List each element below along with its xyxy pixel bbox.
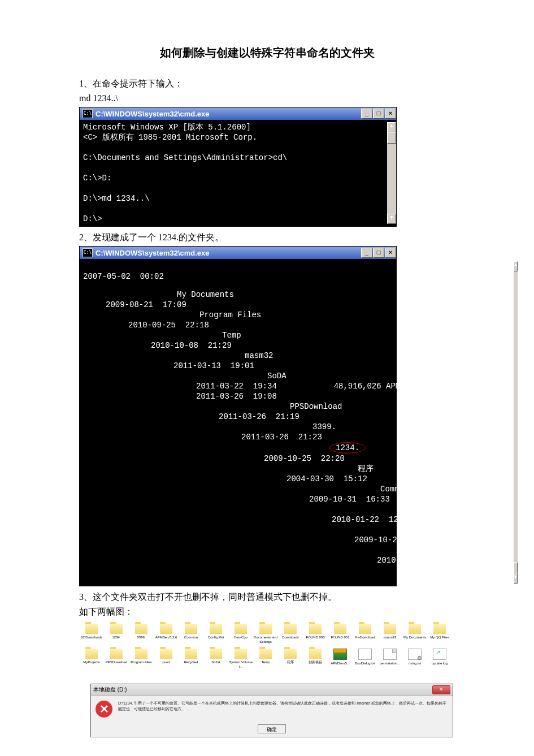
minimize-button[interactable]: _ bbox=[361, 248, 372, 258]
explorer-item[interactable]: SoDA bbox=[203, 647, 228, 672]
log-icon bbox=[433, 649, 446, 660]
scroll-thumb[interactable] bbox=[514, 562, 518, 573]
explorer-item-label: My Documents bbox=[402, 635, 427, 640]
error-close-button[interactable]: ✕ bbox=[432, 685, 450, 694]
scrollbar[interactable]: ▲ ▼ bbox=[387, 122, 396, 224]
explorer-item-label: APMServ5... bbox=[328, 661, 353, 666]
explorer-item[interactable]: Downloads bbox=[278, 623, 303, 647]
step-1-command: md 1234..\ bbox=[79, 92, 455, 105]
explorer-item[interactable]: Recycled bbox=[179, 647, 203, 672]
explorer-item-label: System Volume I... bbox=[228, 660, 253, 669]
explorer-item[interactable]: Common bbox=[179, 623, 203, 647]
explorer-item[interactable]: Config.Msi bbox=[203, 623, 228, 647]
explorer-item[interactable]: 3399. bbox=[129, 623, 154, 647]
cmd-titlebar: C:\ C:\WINDOWS\system32\cmd.exe _ □ × bbox=[80, 247, 396, 259]
error-ok-button[interactable]: 确定 bbox=[258, 724, 286, 733]
explorer-item[interactable]: My Documents bbox=[402, 623, 427, 647]
folder-icon bbox=[284, 624, 297, 634]
scroll-thumb[interactable] bbox=[387, 132, 396, 144]
explorer-item-label: FOUND.000 bbox=[303, 635, 328, 640]
explorer-view: 6ODownloads1234.3399.APMServ5.2.6CommonC… bbox=[79, 623, 452, 672]
explorer-item[interactable]: update.log bbox=[427, 647, 452, 672]
explorer-item[interactable]: masm32 bbox=[377, 623, 402, 647]
explorer-item-label: pvod bbox=[154, 660, 179, 664]
explorer-item[interactable]: Documents and Settings bbox=[253, 623, 278, 647]
folder-icon bbox=[259, 624, 272, 634]
explorer-item[interactable]: FOUND.000 bbox=[303, 623, 328, 647]
cmd-window-1: C:\ C:\WINDOWS\system32\cmd.exe _ □ × Mi… bbox=[79, 107, 397, 227]
explorer-item[interactable]: MyProjects bbox=[79, 647, 104, 672]
close-button[interactable]: × bbox=[385, 248, 396, 258]
explorer-item-label: 1234. bbox=[104, 635, 129, 640]
error-message: D:\1234. 引用了一个不可用的位置。它可能是一个在本机或网络上的计算机上的… bbox=[118, 701, 448, 718]
folder-icon bbox=[210, 649, 222, 659]
close-button[interactable]: × bbox=[385, 109, 396, 119]
folder-icon bbox=[185, 649, 197, 659]
scroll-down-button[interactable]: ▼ bbox=[514, 573, 518, 584]
explorer-item-label: update.log bbox=[427, 661, 452, 666]
ini-icon bbox=[408, 649, 422, 660]
cmd-title-text: C:\WINDOWS\system32\cmd.exe bbox=[95, 249, 210, 257]
explorer-item[interactable]: 创新项目 bbox=[303, 647, 328, 672]
folder-icon bbox=[235, 649, 247, 659]
explorer-item[interactable]: PPSDownload bbox=[104, 647, 129, 672]
maximize-button[interactable]: □ bbox=[373, 109, 384, 119]
explorer-item-label: PPSDownload bbox=[104, 660, 129, 664]
explorer-item-label: Dev-Cpp bbox=[228, 635, 253, 640]
explorer-item[interactable]: KwDownload bbox=[353, 623, 377, 647]
cmd-icon: C:\ bbox=[83, 248, 93, 257]
dir-listing: 2007-05-02 00:02 My Documents 2009-08-21… bbox=[83, 261, 514, 584]
folder-icon bbox=[110, 624, 123, 634]
explorer-item-label: 创新项目 bbox=[303, 660, 328, 664]
txt-icon bbox=[358, 649, 372, 660]
folder-icon bbox=[135, 624, 147, 634]
scrollbar[interactable]: ▲ ▼ bbox=[514, 261, 518, 584]
folder-icon bbox=[110, 649, 123, 659]
cmd-icon: C:\ bbox=[83, 109, 93, 118]
folder-icon bbox=[135, 649, 147, 659]
explorer-item[interactable]: APMServ5... bbox=[328, 647, 353, 672]
error-dialog: 本地磁盘 (D:) ✕ ✕ D:\1234. 引用了一个不可用的位置。它可能是一… bbox=[90, 684, 453, 737]
explorer-item[interactable]: rising.ini bbox=[402, 647, 427, 672]
explorer-item[interactable]: BoxDialog.txt bbox=[353, 647, 377, 672]
scroll-down-button[interactable]: ▼ bbox=[387, 214, 396, 224]
explorer-item[interactable]: pvod bbox=[154, 647, 179, 672]
explorer-item[interactable]: Temp bbox=[253, 647, 278, 672]
explorer-item[interactable]: 6ODownloads bbox=[79, 623, 104, 647]
error-titlebar: 本地磁盘 (D:) ✕ bbox=[91, 684, 453, 696]
explorer-item-label: Program Files bbox=[129, 660, 154, 664]
explorer-item[interactable]: 1234. bbox=[104, 623, 129, 647]
explorer-item-label: BoxDialog.txt bbox=[353, 661, 377, 666]
explorer-item-label: My QQ Files bbox=[427, 635, 452, 640]
explorer-item-label: permatainst... bbox=[377, 661, 402, 666]
explorer-item[interactable]: Program Files bbox=[129, 647, 154, 672]
explorer-item-label: MyProjects bbox=[79, 660, 104, 664]
explorer-item[interactable]: APMServ5.2.6 bbox=[154, 623, 179, 647]
folder-icon bbox=[384, 624, 396, 634]
file-icon bbox=[383, 649, 397, 660]
explorer-item-label: Temp bbox=[253, 660, 278, 664]
scroll-up-button[interactable]: ▲ bbox=[387, 122, 396, 132]
error-title: 本地磁盘 (D:) bbox=[93, 686, 127, 694]
folder-icon bbox=[284, 649, 297, 659]
folder-icon bbox=[210, 624, 222, 634]
explorer-item[interactable]: My QQ Files bbox=[427, 623, 452, 647]
minimize-button[interactable]: _ bbox=[361, 109, 372, 119]
folder-icon bbox=[235, 624, 247, 634]
explorer-item-label: masm32 bbox=[377, 635, 402, 640]
scroll-up-button[interactable]: ▲ bbox=[514, 261, 518, 271]
explorer-item[interactable]: System Volume I... bbox=[228, 647, 253, 672]
explorer-item-label: SoDA bbox=[203, 660, 228, 664]
maximize-button[interactable]: □ bbox=[373, 248, 384, 258]
folder-icon bbox=[309, 624, 322, 634]
explorer-item[interactable]: 程序 bbox=[278, 647, 303, 672]
explorer-item[interactable]: permatainst... bbox=[377, 647, 402, 672]
folder-icon bbox=[309, 649, 322, 659]
cmd-titlebar: C:\ C:\WINDOWS\system32\cmd.exe _ □ × bbox=[80, 107, 396, 120]
explorer-item-label: Documents and Settings bbox=[253, 635, 278, 644]
folder-icon bbox=[259, 649, 272, 659]
explorer-item[interactable]: Dev-Cpp bbox=[228, 623, 253, 647]
explorer-item[interactable]: FOUND.001 bbox=[328, 623, 353, 647]
step-3-text-a: 3、这个文件夹双击打不开也删不掉，同时普通模式下也删不掉。 bbox=[79, 591, 455, 603]
folder-icon bbox=[334, 624, 346, 634]
